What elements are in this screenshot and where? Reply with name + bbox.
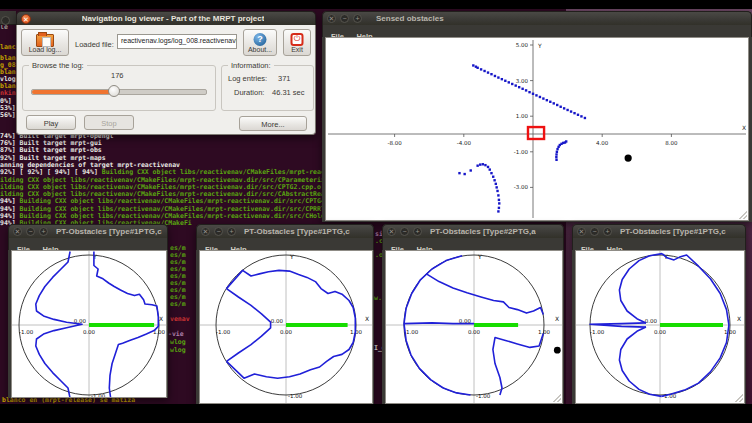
close-icon[interactable] <box>1 16 10 25</box>
pt1-menubar: File Help <box>8 238 168 250</box>
pt4-title: PT-Obstacles [Type#1PTG,c <box>620 227 726 236</box>
maximize-icon[interactable]: + <box>227 227 236 236</box>
svg-text:1.00: 1.00 <box>538 329 551 335</box>
pt2-titlebar[interactable]: ✕ − + PT-Obstacles [Type#1PTG,c <box>196 224 374 238</box>
pt4-plot-area[interactable]: -1.000.001.000.00-1.00XY <box>575 250 745 404</box>
minimize-icon[interactable]: − <box>214 227 223 236</box>
nav-window-body: Load log... Loaded file: reactivenav.log… <box>16 25 316 135</box>
about-button[interactable]: ? About... <box>243 29 277 56</box>
sensed-menubar: File Help <box>322 25 752 37</box>
maximize-icon[interactable]: + <box>39 227 48 236</box>
nav-window-titlebar[interactable]: ✕ Navigation log viewer - Part of the MR… <box>16 11 316 25</box>
information-group: Information: Log entries: 371 Duration: … <box>221 65 314 111</box>
loaded-file-input[interactable]: reactivenav.logs/log_008.reactivenavl <box>117 34 237 49</box>
pt3-plot-area[interactable]: -1.000.001.000.00-1.00XY <box>385 250 563 404</box>
log-entries-label: Log entries: <box>228 74 267 83</box>
browse-log-group-title: Browse the log: <box>29 61 87 70</box>
pt4-chart: -1.000.001.000.00-1.00XY <box>576 251 744 403</box>
pt1-title: PT-Obstacles [Type#1PTG,c <box>56 227 162 236</box>
loaded-file-label: Loaded file: <box>75 40 114 49</box>
svg-text:0.00: 0.00 <box>271 318 284 324</box>
minimize-icon[interactable]: − <box>340 14 349 23</box>
pt2-plot-area[interactable]: -1.000.001.000.00-1.00XY <box>199 250 373 404</box>
pt2-title: PT-Obstacles [Type#1PTG,c <box>244 227 350 236</box>
svg-text:X: X <box>555 315 559 322</box>
terminal-line: wlog <box>170 339 186 346</box>
nav-log-viewer-window: ✕ Navigation log viewer - Part of the MR… <box>16 11 316 135</box>
sensed-window-titlebar[interactable]: ✕ − + Sensed obstacles <box>322 11 752 25</box>
background-window-titlebar[interactable] <box>0 11 16 25</box>
slider-handle[interactable] <box>108 85 120 97</box>
exit-button[interactable]: Exit <box>283 29 311 56</box>
svg-text:1.00: 1.00 <box>516 113 529 119</box>
sensed-window-title: Sensed obstacles <box>376 14 444 23</box>
maximize-icon[interactable]: + <box>353 14 362 23</box>
svg-text:X: X <box>742 124 746 131</box>
svg-text:0.00: 0.00 <box>645 318 658 324</box>
pt1-titlebar[interactable]: ✕ − + PT-Obstacles [Type#1PTG,c <box>8 224 168 238</box>
pt-obstacles-window-4: ✕ − + PT-Obstacles [Type#1PTG,c File Hel… <box>572 224 746 404</box>
svg-text:0.00: 0.00 <box>654 329 667 335</box>
log-position-slider[interactable] <box>31 89 207 95</box>
pt1-plot-area[interactable]: -1.000.001.000.00-1.00XY <box>11 250 167 398</box>
pt4-titlebar[interactable]: ✕ − + PT-Obstacles [Type#1PTG,c <box>572 224 746 238</box>
svg-text:0.00: 0.00 <box>468 329 481 335</box>
svg-text:1.00: 1.00 <box>724 329 737 335</box>
svg-text:0.00: 0.00 <box>280 329 293 335</box>
svg-text:-1.00: -1.00 <box>476 393 491 399</box>
svg-text:4.00: 4.00 <box>596 140 609 146</box>
pt2-chart: -1.000.001.000.00-1.00XY <box>200 251 372 403</box>
svg-text:5.00: 5.00 <box>516 42 529 48</box>
minimize-icon[interactable]: − <box>400 227 409 236</box>
terminal-line: venav <box>170 316 190 323</box>
svg-text:Y: Y <box>537 42 542 49</box>
stop-button[interactable]: Stop <box>84 115 134 130</box>
load-log-button[interactable]: Load log... <box>21 29 69 56</box>
close-icon[interactable]: ✕ <box>387 227 396 236</box>
svg-text:-1.00: -1.00 <box>404 329 419 335</box>
sensed-plot-area[interactable]: -8.00-4.004.008.005.003.001.00-1.00-3.00… <box>325 37 749 221</box>
svg-text:-1.00: -1.00 <box>590 329 605 335</box>
svg-text:X: X <box>737 315 741 322</box>
pt-obstacles-window-2: ✕ − + PT-Obstacles [Type#1PTG,c File Hel… <box>196 224 374 404</box>
load-log-label: Load log... <box>22 46 68 53</box>
duration-label: Duration: <box>234 88 264 97</box>
svg-text:0.00: 0.00 <box>83 329 96 335</box>
information-group-title: Information: <box>228 61 274 70</box>
svg-text:-4.00: -4.00 <box>457 140 472 146</box>
minimize-icon[interactable]: − <box>26 227 35 236</box>
close-icon[interactable]: ✕ <box>327 14 336 23</box>
pt3-titlebar[interactable]: ✕ − + PT-Obstacles [Type#2PTG,a <box>382 224 564 238</box>
close-icon[interactable]: ✕ <box>21 14 31 24</box>
close-icon[interactable]: ✕ <box>577 227 586 236</box>
svg-text:-1.00: -1.00 <box>19 329 34 335</box>
resize-grip-icon[interactable] <box>553 394 561 402</box>
resize-grip-icon[interactable] <box>739 211 747 219</box>
letterbox-top <box>0 0 752 9</box>
terminal-line: wlog <box>170 347 186 354</box>
duration-value: 46.31 sec <box>272 88 305 97</box>
terminal-line: es/m <box>170 301 186 308</box>
svg-text:Y: Y <box>289 253 294 260</box>
svg-text:-1.00: -1.00 <box>514 149 529 155</box>
slider-value: 176 <box>111 71 124 80</box>
maximize-icon[interactable]: + <box>413 227 422 236</box>
terminal-line: 94%] Building CXX object libs/reactivena… <box>0 198 348 205</box>
minimize-icon[interactable]: − <box>590 227 599 236</box>
more-button[interactable]: More... <box>239 116 307 131</box>
play-button[interactable]: Play <box>26 115 76 130</box>
browse-log-group: Browse the log: 176 <box>22 65 216 111</box>
about-label: About... <box>244 46 276 53</box>
terminal-line: 92%] [ 92%] [ 94%] [ 94%] Building CXX o… <box>0 169 356 176</box>
maximize-icon[interactable]: + <box>603 227 612 236</box>
pt-obstacles-window-1: ✕ − + PT-Obstacles [Type#1PTG,c File Hel… <box>8 224 168 398</box>
close-icon[interactable]: ✕ <box>13 227 22 236</box>
close-icon[interactable]: ✕ <box>201 227 210 236</box>
pt3-title: PT-Obstacles [Type#2PTG,a <box>430 227 536 236</box>
sensed-obstacles-chart: -8.00-4.004.008.005.003.001.00-1.00-3.00… <box>326 38 748 220</box>
pt4-menubar: File Help <box>572 238 746 250</box>
svg-text:-1.00: -1.00 <box>91 393 106 397</box>
svg-text:-8.00: -8.00 <box>387 140 402 146</box>
resize-grip-icon[interactable] <box>735 394 743 402</box>
question-mark-icon: ? <box>254 33 267 46</box>
